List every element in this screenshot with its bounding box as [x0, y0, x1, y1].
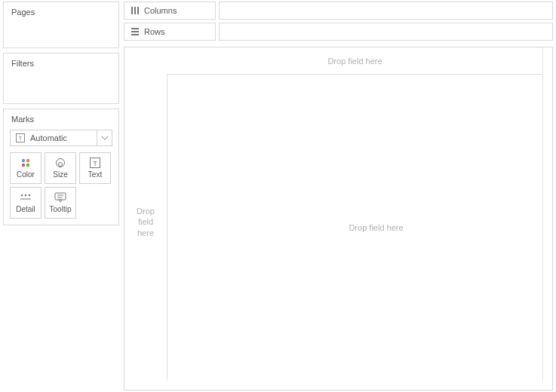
- rows-shelf[interactable]: Rows: [124, 23, 553, 41]
- svg-point-12: [29, 194, 31, 197]
- svg-rect-21: [131, 31, 139, 32]
- tooltip-button[interactable]: Tooltip: [45, 187, 76, 219]
- app-root: Pages Filters Marks T Automatic: [0, 0, 556, 392]
- filters-shelf[interactable]: Filters: [3, 53, 119, 104]
- mark-buttons: Color Size T: [4, 152, 118, 219]
- text-label: Text: [88, 170, 102, 179]
- pages-title: Pages: [4, 2, 118, 22]
- text-button[interactable]: T Text: [79, 152, 111, 184]
- text-icon: T: [89, 158, 101, 168]
- color-button[interactable]: Color: [10, 152, 41, 184]
- detail-label: Detail: [16, 205, 35, 213]
- marks-title: Marks: [4, 109, 118, 128]
- svg-point-7: [59, 163, 63, 167]
- svg-point-10: [21, 194, 23, 197]
- columns-icon: [131, 6, 140, 15]
- svg-rect-17: [131, 7, 133, 14]
- size-button[interactable]: Size: [45, 152, 76, 184]
- text-mark-icon: T: [15, 133, 26, 143]
- rows-drop-zone[interactable]: [219, 23, 553, 41]
- mark-type-dropdown[interactable]: T Automatic: [10, 130, 112, 146]
- svg-point-3: [26, 159, 29, 162]
- svg-rect-14: [55, 193, 66, 200]
- svg-point-5: [26, 164, 29, 167]
- svg-text:T: T: [19, 135, 23, 142]
- svg-rect-20: [131, 28, 139, 29]
- sidebar: Pages Filters Marks T Automatic: [3, 2, 119, 390]
- detail-button[interactable]: Detail: [10, 187, 41, 219]
- svg-point-4: [22, 164, 25, 167]
- rows-shelf-label: Rows: [144, 27, 165, 36]
- size-label: Size: [53, 170, 67, 179]
- viz-canvas[interactable]: Drop field here Drop field here Drop fie…: [124, 47, 553, 390]
- color-icon: [20, 158, 32, 168]
- body-drop-placeholder: Drop field here: [209, 75, 543, 381]
- chevron-down-icon: [97, 130, 112, 145]
- rows-shelf-label-box: Rows: [124, 23, 216, 41]
- svg-point-2: [22, 159, 25, 162]
- svg-rect-19: [137, 7, 139, 14]
- viz-row-header-area: Drop field here: [124, 47, 167, 390]
- main-area: Columns Rows Drop: [124, 2, 553, 390]
- columns-shelf-label-box: Columns: [124, 2, 216, 20]
- columns-shelf[interactable]: Columns: [124, 2, 553, 20]
- tooltip-label: Tooltip: [50, 205, 72, 213]
- viz-right-edge: [542, 47, 543, 381]
- svg-rect-22: [131, 34, 139, 35]
- svg-point-11: [25, 194, 27, 197]
- viz-body-area: Drop field here Drop field here: [167, 47, 552, 390]
- columns-drop-zone[interactable]: [219, 2, 553, 20]
- tooltip-icon: [54, 192, 66, 203]
- pages-shelf[interactable]: Pages: [3, 2, 119, 48]
- size-icon: [54, 158, 66, 168]
- row-drop-placeholder: Drop field here: [124, 206, 167, 238]
- svg-text:T: T: [93, 160, 97, 167]
- svg-rect-18: [134, 7, 136, 14]
- viz-divider-vertical: [167, 75, 167, 381]
- color-label: Color: [17, 170, 35, 179]
- filters-title: Filters: [4, 54, 118, 73]
- rows-icon: [131, 27, 140, 36]
- marks-card: Marks T Automatic: [3, 109, 119, 225]
- columns-shelf-label: Columns: [144, 6, 177, 15]
- col-drop-placeholder: Drop field here: [167, 47, 543, 75]
- mark-type-label: Automatic: [30, 133, 97, 142]
- detail-icon: [20, 192, 32, 203]
